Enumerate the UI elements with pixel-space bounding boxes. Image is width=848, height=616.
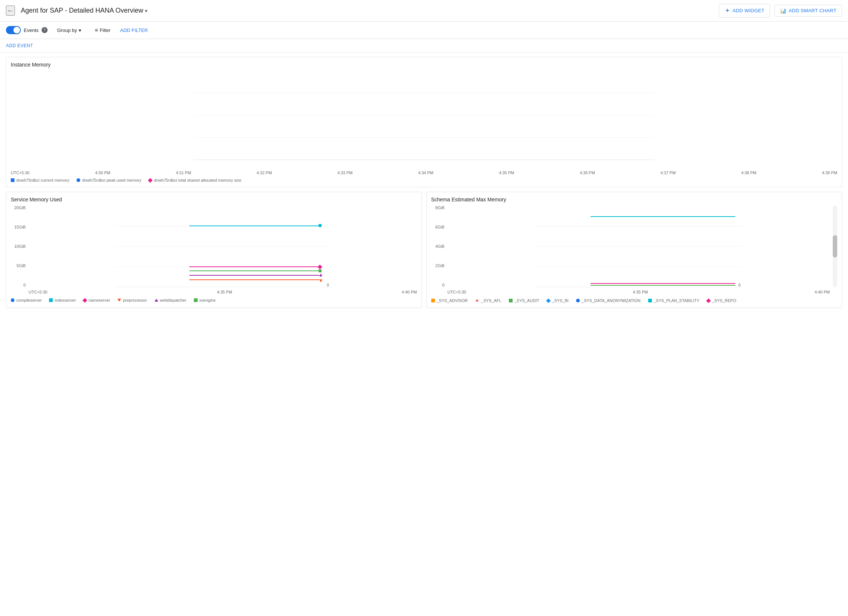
service-memory-legend: compileserver indexserver nameserver pre…	[11, 298, 417, 303]
compileserver-icon	[11, 298, 15, 302]
xsengine-icon	[194, 298, 198, 302]
add-event-link[interactable]: ADD EVENT	[6, 43, 33, 48]
service-memory-card: Service Memory Used 20GiB 15GiB 10GiB 5G…	[6, 192, 422, 308]
chevron-down-icon: ▾	[79, 28, 82, 33]
add-smart-chart-button[interactable]: 📊 ADD SMART CHART	[774, 5, 842, 17]
service-memory-title: Service Memory Used	[11, 196, 417, 202]
plus-icon: ＋	[724, 7, 730, 15]
instance-memory-card: Instance Memory UTC+5:30 4:30 PM 4:31 PM…	[6, 57, 842, 187]
filter-icon: ≡	[95, 27, 98, 33]
back-button[interactable]: ←	[6, 6, 15, 16]
events-label: Events	[24, 28, 39, 33]
svg-rect-10	[319, 224, 322, 227]
legend-diamond-icon	[148, 178, 153, 183]
legend-item-current-memory: dnwh75rdbci current memory	[11, 178, 69, 183]
legend-circle-icon	[77, 178, 80, 182]
events-help-icon[interactable]: ?	[42, 27, 47, 33]
svg-rect-12	[317, 264, 322, 269]
schema-memory-card: Schema Estimated Max Memory 8GiB 6GiB 4G…	[426, 192, 842, 308]
svg-marker-18	[319, 279, 322, 282]
sys-afl-icon: ★	[475, 298, 479, 303]
legend-item-peak-memory: dnwh75rdbci peak used memory	[77, 178, 141, 183]
sys-data-anon-icon	[576, 299, 580, 303]
add-filter-button[interactable]: ADD FILTER	[120, 28, 148, 33]
sys-audit-icon	[509, 299, 513, 303]
events-toggle[interactable]	[6, 26, 21, 34]
sys-bi-icon	[546, 298, 551, 303]
sys-repo-icon	[706, 298, 711, 303]
filter-button[interactable]: ≡ Filter	[91, 25, 114, 35]
instance-memory-time-axis: UTC+5:30 4:30 PM 4:31 PM 4:32 PM 4:33 PM…	[11, 168, 837, 175]
svg-text:0: 0	[738, 283, 740, 287]
charts-container: Instance Memory UTC+5:30 4:30 PM 4:31 PM…	[0, 52, 848, 312]
service-memory-y-axis: 20GiB 15GiB 10GiB 5GiB 0	[11, 205, 26, 287]
instance-memory-title: Instance Memory	[11, 62, 837, 68]
sys-plan-stability-icon	[648, 299, 652, 303]
chart-icon: 📊	[780, 8, 786, 14]
instance-memory-legend: dnwh75rdbci current memory dnwh75rdbci p…	[11, 178, 837, 183]
group-by-button[interactable]: Group by ▾	[53, 26, 85, 35]
svg-rect-14	[319, 269, 322, 272]
schema-memory-legend: _SYS_ADVISOR ★ _SYS_AFL _SYS_AUDIT _SYS_…	[431, 298, 838, 303]
bottom-charts: Service Memory Used 20GiB 15GiB 10GiB 5G…	[6, 192, 842, 308]
page-title: Agent for SAP - Detailed HANA Overview ▾	[21, 7, 147, 15]
schema-memory-scrollbar[interactable]	[833, 205, 837, 287]
webdispatcher-icon	[154, 299, 158, 302]
preprocessor-icon	[117, 299, 121, 302]
legend-square-icon	[11, 178, 15, 182]
add-event-bar: ADD EVENT	[0, 39, 848, 52]
service-memory-chart: 0	[28, 205, 417, 287]
nameserver-icon	[83, 298, 87, 303]
service-memory-time-axis: UTC+5:30 4:35 PM 4:40 PM	[28, 290, 417, 294]
sys-advisor-icon	[431, 299, 435, 303]
add-widget-button[interactable]: ＋ ADD WIDGET	[719, 4, 770, 18]
indexserver-icon	[49, 298, 53, 302]
toolbar: Events ? Group by ▾ ≡ Filter ADD FILTER	[0, 22, 848, 39]
svg-text:0: 0	[327, 283, 329, 287]
schema-memory-y-axis: 8GiB 6GiB 4GiB 2GiB 0	[431, 205, 445, 287]
legend-item-shared-memory: dnwh75rdbci total shared allocated memor…	[148, 178, 241, 183]
schema-memory-chart: 0	[448, 205, 830, 287]
schema-memory-title: Schema Estimated Max Memory	[431, 196, 838, 202]
schema-memory-time-axis: UTC+5:30 4:35 PM 4:40 PM	[448, 290, 830, 294]
page-header: ← Agent for SAP - Detailed HANA Overview…	[0, 0, 848, 22]
svg-marker-16	[319, 273, 322, 276]
header-actions: ＋ ADD WIDGET 📊 ADD SMART CHART	[719, 4, 842, 18]
instance-memory-chart	[11, 71, 837, 167]
title-dropdown-icon[interactable]: ▾	[145, 8, 147, 14]
events-toggle-wrap: Events ?	[6, 26, 47, 34]
